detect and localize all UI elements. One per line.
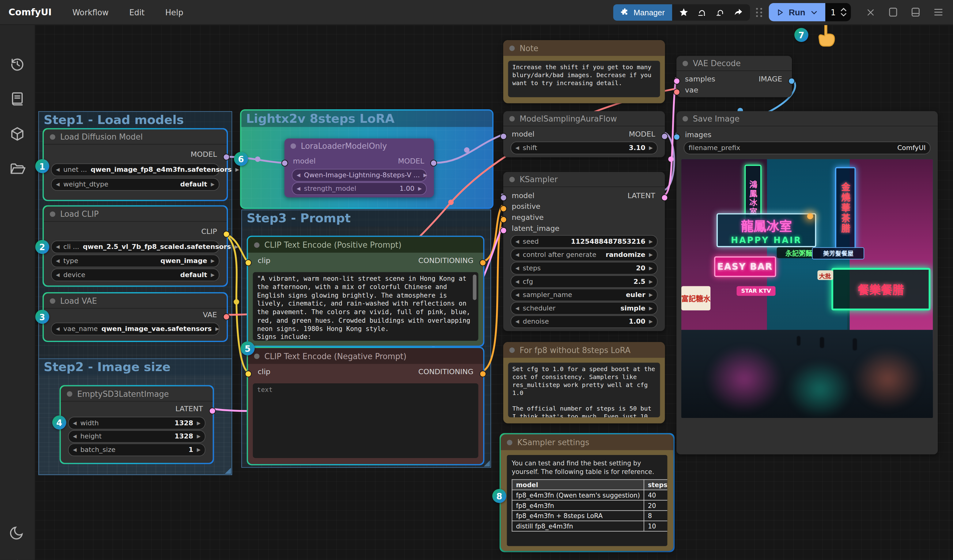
menu-workflow[interactable]: Workflow <box>72 8 109 17</box>
arrow-right-icon[interactable]: ▶ <box>197 434 201 439</box>
library-icon[interactable] <box>9 91 26 107</box>
node-clip-text-encode-negative[interactable]: CLIP Text Encode (Negative Prompt) clip … <box>248 348 483 464</box>
group-title[interactable]: Step1 - Load models <box>39 112 231 128</box>
widget-control-after-generate[interactable]: ◀ control after generate randomize ▶ <box>511 248 658 261</box>
widget-type[interactable]: ◀ type qwen_image ▶ <box>51 254 220 267</box>
node-load-diffusion-model[interactable]: Load Diffusion Model MODEL ◀ unet ... qw… <box>44 130 227 200</box>
arrow-left-icon[interactable]: ◀ <box>515 239 519 244</box>
arrow-right-icon[interactable]: ▶ <box>649 145 653 150</box>
arrow-left-icon[interactable]: ◀ <box>73 447 77 452</box>
input-port-model[interactable] <box>500 195 507 201</box>
output-port-model[interactable] <box>223 154 230 161</box>
arrow-left-icon[interactable]: ◀ <box>515 292 519 297</box>
arrow-right-icon[interactable]: ▶ <box>649 252 653 257</box>
collapse-dot[interactable] <box>509 176 515 182</box>
arrow-right-icon[interactable]: ▶ <box>649 279 653 284</box>
input-port-negative[interactable] <box>500 216 507 223</box>
input-port-model[interactable] <box>500 133 507 139</box>
collapse-dot[interactable] <box>254 242 259 248</box>
output-port-conditioning[interactable] <box>480 259 486 266</box>
arrow-left-icon[interactable]: ◀ <box>515 252 519 257</box>
arrow-right-icon[interactable]: ▶ <box>649 266 653 271</box>
output-port-latent[interactable] <box>661 195 668 201</box>
arrow-right-icon[interactable]: ▶ <box>649 292 653 297</box>
manager-button[interactable]: Manager <box>613 4 672 20</box>
node-cube-icon[interactable] <box>9 126 26 142</box>
arrow-left-icon[interactable]: ◀ <box>56 326 60 331</box>
menu-help[interactable]: Help <box>165 8 183 17</box>
node-load-clip[interactable]: Load CLIP CLIP ◀ cli ... qwen_2.5_vl_7b_… <box>44 207 227 286</box>
group-resize-handle[interactable] <box>484 461 490 467</box>
scrollbar-thumb[interactable] <box>473 275 476 300</box>
input-port-vae[interactable] <box>673 89 680 96</box>
widget-weight-dtype[interactable]: ◀ weight_dtype default ▶ <box>51 178 220 191</box>
collapse-dot[interactable] <box>509 45 515 51</box>
arrow-right-icon[interactable]: ▶ <box>215 326 219 331</box>
arrow-left-icon[interactable]: ◀ <box>515 266 519 271</box>
output-port-clip[interactable] <box>223 231 230 238</box>
collapse-dot[interactable] <box>509 116 515 121</box>
theme-moon-icon[interactable] <box>9 524 26 541</box>
node-note[interactable]: Note Increase the shift if you get too m… <box>503 40 665 103</box>
group-title[interactable]: Lightx2v 8steps LoRA <box>241 111 492 127</box>
vacuum-dot-icon[interactable] <box>712 5 728 20</box>
group-title[interactable]: Step2 - Image size <box>39 359 231 376</box>
collapse-dot[interactable] <box>67 391 72 396</box>
node-note-ksampler-settings[interactable]: KSampler settings You can test and find … <box>501 435 673 551</box>
collapse-dot[interactable] <box>254 353 259 359</box>
arrow-right-icon[interactable]: ▶ <box>211 272 214 277</box>
input-port-clip[interactable] <box>245 370 252 377</box>
arrow-left-icon[interactable]: ◀ <box>56 272 60 277</box>
arrow-right-icon[interactable]: ▶ <box>235 167 239 172</box>
arrow-left-icon[interactable]: ◀ <box>56 258 60 263</box>
arrow-left-icon[interactable]: ◀ <box>296 186 300 191</box>
widget-unet-name[interactable]: ◀ unet ... qwen_image_fp8_e4m3fn.safeten… <box>51 164 220 176</box>
workflows-folder-icon[interactable] <box>9 161 26 178</box>
batch-count-stepper[interactable]: 1 <box>825 3 851 22</box>
arrow-left-icon[interactable]: ◀ <box>515 306 519 311</box>
widget-cfg[interactable]: ◀ cfg 2.5 ▶ <box>511 275 658 288</box>
widget-scheduler[interactable]: ◀ scheduler simple ▶ <box>511 302 658 315</box>
input-port-model[interactable] <box>281 160 288 167</box>
stepper-up-icon[interactable] <box>841 8 847 12</box>
output-port-image[interactable] <box>788 78 795 85</box>
collapse-dot[interactable] <box>50 298 56 303</box>
collapse-dot[interactable] <box>50 211 56 217</box>
menu-icon[interactable] <box>933 8 943 17</box>
arrow-left-icon[interactable]: ◀ <box>56 244 60 249</box>
vacuum-icon[interactable] <box>694 5 710 20</box>
input-port-latent-image[interactable] <box>500 227 507 234</box>
node-vae-decode[interactable]: VAE Decode samples vae IMAGE <box>677 56 792 97</box>
collapse-dot[interactable] <box>507 439 512 445</box>
panel-icon[interactable] <box>889 7 898 17</box>
prompt-textarea-empty[interactable]: text <box>253 383 478 458</box>
widget-sampler-name[interactable]: ◀ sampler_name euler ▶ <box>511 288 658 301</box>
output-port-model[interactable] <box>661 133 668 139</box>
widget-filename-prefix[interactable]: filename_prefix ComfyUI <box>684 141 931 154</box>
output-port-conditioning[interactable] <box>480 370 486 377</box>
preview-image[interactable]: 鴻鳳冰室 龍鳳冰室 HAPPY HAIR EASY BAR STAR KTV 富… <box>681 159 933 418</box>
group-title[interactable]: Step3 - Prompt <box>242 210 490 227</box>
arrow-right-icon[interactable]: ▶ <box>418 186 422 191</box>
arrow-right-icon[interactable]: ▶ <box>211 182 214 187</box>
drag-grip[interactable] <box>756 8 763 17</box>
widget-denoise[interactable]: ◀ denoise 1.00 ▶ <box>511 316 658 328</box>
arrow-left-icon[interactable]: ◀ <box>56 182 60 187</box>
widget-batch-size[interactable]: ◀ batch_size 1 ▶ <box>68 443 205 456</box>
widget-width[interactable]: ◀ width 1328 ▶ <box>68 417 205 430</box>
widget-seed[interactable]: ◀ seed 1125488487853216 ▶ <box>511 235 658 248</box>
arrow-left-icon[interactable]: ◀ <box>56 167 60 172</box>
arrow-right-icon[interactable]: ▶ <box>211 258 214 263</box>
run-button[interactable]: Run <box>768 3 825 22</box>
arrow-left-icon[interactable]: ◀ <box>515 279 519 284</box>
node-lora-loader-bypassed[interactable]: LoraLoaderModelOnly model MODEL ◀ Qwen-I… <box>285 138 434 197</box>
input-port-samples[interactable] <box>673 78 680 85</box>
collapse-dot[interactable] <box>683 60 688 66</box>
prompt-textarea[interactable]: "A vibrant, warm neon-lit street scene i… <box>253 272 478 341</box>
arrow-left-icon[interactable]: ◀ <box>73 434 77 439</box>
stepper-down-icon[interactable] <box>841 13 847 17</box>
widget-height[interactable]: ◀ height 1328 ▶ <box>68 430 205 443</box>
widget-vae-name[interactable]: ◀ vae_name qwen_image_vae.safetensors ▶ <box>51 323 220 336</box>
node-empty-latent[interactable]: EmptySD3LatentImage LATENT ◀ width 1328 … <box>61 387 213 463</box>
arrow-left-icon[interactable]: ◀ <box>73 421 77 425</box>
